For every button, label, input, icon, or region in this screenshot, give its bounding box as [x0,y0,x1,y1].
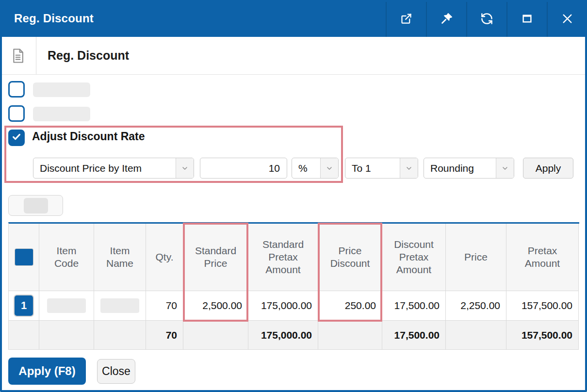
select-all-header-cell [9,224,39,291]
chevron-down-icon [400,158,418,178]
summary-empty-cell [183,321,248,350]
chevron-down-icon [496,158,514,178]
item-code-cell [39,291,94,321]
pretax-amount-cell: 157,500.00 [506,291,579,321]
title-bar: Reg. Discount [0,0,587,37]
col-header-standard-pretax-amount: Standard Pretax Amount [248,224,318,291]
maximize-icon [521,12,534,25]
close-window-button[interactable] [547,0,587,37]
refresh-button[interactable] [466,0,506,37]
adjust-discount-rate-section: Adjust Discount Rate Discount Price by I… [4,126,343,183]
pin-button[interactable] [426,0,466,37]
summary-empty-cell [39,321,94,350]
round-to-select[interactable]: To 1 [345,158,418,179]
standard-pretax-amount-cell: 175,000.00 [248,291,318,321]
item-name-redacted [100,298,139,313]
page-title: Reg. Discount [36,37,129,74]
open-new-window-button[interactable] [386,0,426,37]
redacted-toolbar-button[interactable] [8,195,63,216]
discount-items-table: Item Code Item Name Qty. Standard Price … [8,222,579,350]
summary-qty-cell: 70 [146,321,183,350]
row-number-cell: 1 [9,291,39,321]
item-name-cell [94,291,146,321]
apply-f8-button[interactable]: Apply (F8) [8,358,86,385]
rounding-method-value: Rounding [424,158,496,178]
close-button[interactable]: Close [97,359,135,384]
col-header-standard-price: Standard Price [183,224,248,291]
rate-unit-value: % [292,158,320,178]
reg-discount-dialog: Reg. Discount [0,0,587,392]
summary-empty-cell [318,321,382,350]
pin-icon [440,12,453,25]
col-header-discount-pretax-amount: Discount Pretax Amount [382,224,446,291]
price-cell: 2,250.00 [446,291,506,321]
adjust-discount-rate-label: Adjust Discount Rate [32,130,145,143]
discount-pretax-amount-cell: 17,500.00 [382,291,446,321]
option-1-label-redacted [33,82,90,97]
summary-pretax-amount-cell: 157,500.00 [506,321,579,350]
price-discount-cell: 250.00 [318,291,382,321]
adjust-discount-rate-checkbox[interactable] [8,130,25,146]
summary-empty-cell [9,321,39,350]
col-header-price-discount: Price Discount [318,224,382,291]
summary-discount-pretax-amount-cell: 17,500.00 [382,321,446,350]
close-icon [561,12,574,25]
qty-cell: 70 [146,291,183,321]
checkmark-icon [11,131,22,144]
round-to-value: To 1 [345,158,400,178]
summary-empty-cell [94,321,146,350]
rate-unit-select[interactable]: % [292,158,339,179]
option-2-checkbox[interactable] [8,105,25,122]
maximize-button[interactable] [506,0,547,37]
col-header-qty: Qty. [146,224,183,291]
refresh-icon [480,12,493,25]
external-link-icon [400,12,413,25]
page-header: Reg. Discount [0,37,587,75]
summary-empty-cell [446,321,506,350]
standard-price-cell: 2,500.00 [183,291,248,321]
redacted-button-label [24,198,48,213]
discount-method-select[interactable]: Discount Price by Item [33,158,194,179]
discount-rate-input[interactable] [200,158,287,179]
col-header-pretax-amount: Pretax Amount [506,224,579,291]
col-header-item-code: Item Code [39,224,94,291]
item-code-redacted [47,298,86,313]
window-title: Reg. Discount [0,12,94,25]
summary-standard-pretax-amount-cell: 175,000.00 [248,321,318,350]
option-1-checkbox[interactable] [8,81,25,98]
discount-method-value: Discount Price by Item [33,158,176,178]
chevron-down-icon [176,158,194,178]
col-header-item-name: Item Name [94,224,146,291]
rounding-method-select[interactable]: Rounding [424,158,514,179]
row-select-button[interactable]: 1 [15,295,33,316]
apply-rate-button[interactable]: Apply [523,158,573,179]
chevron-down-icon [320,158,338,178]
select-all-checkbox[interactable] [15,249,33,265]
option-2-label-redacted [33,107,90,121]
titlebar-actions [386,0,587,37]
document-icon [0,37,36,74]
col-header-price: Price [446,224,506,291]
